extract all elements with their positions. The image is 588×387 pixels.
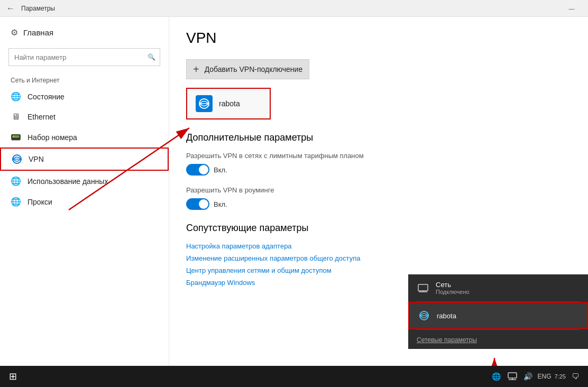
start-button[interactable]: ⊞ [2,366,23,387]
taskbar-clock[interactable]: 7:25 [555,373,566,380]
sidebar-item-proxy[interactable]: 🌐 Прокси [0,191,169,212]
sidebar: ⚙ Главная 🔍 Сеть и Интернет 🌐 Состояние … [0,17,169,366]
search-button[interactable]: 🔍 [143,49,160,66]
popup-vpn-name: rabota [437,312,456,320]
popup-network-title: Сеть [436,281,470,289]
toggle-block-1: Разрешить VPN в сетях с лимитным тарифны… [186,152,571,176]
toggle2-switch[interactable] [186,198,209,210]
sidebar-item-ethernet[interactable]: 🖥 Ethernet [0,107,169,127]
sidebar-item-data-usage[interactable]: 🌐 Использование данных [0,171,169,191]
home-icon: ⚙ [11,27,18,38]
taskbar-left: ⊞ [2,366,23,387]
additional-params-section: Дополнительные параметры Разрешить VPN в… [186,132,571,210]
sidebar-home[interactable]: ⚙ Главная [0,21,169,44]
back-button[interactable]: ← [4,2,17,15]
svg-rect-12 [508,373,517,378]
status-icon: 🌐 [11,91,21,102]
popup-vpn-icon [418,309,430,322]
window-controls: — [559,0,584,17]
network-settings-link[interactable]: Сетевые параметры [417,336,477,344]
taskbar-notification-icon[interactable]: 🗨 [569,370,582,383]
popup-vpn-text: rabota [437,312,456,320]
proxy-label: Прокси [27,198,52,206]
sidebar-item-status[interactable]: 🌐 Состояние [0,86,169,107]
titlebar: ← Параметры — [0,0,588,17]
taskbar-globe-icon[interactable]: 🌐 [490,370,503,383]
toggle1-label: Вкл. [214,166,227,174]
status-label: Состояние [27,93,65,101]
dialup-label: Набор номера [27,133,77,142]
proxy-icon: 🌐 [11,197,21,207]
popup-vpn-item[interactable]: rabota [408,302,588,329]
data-usage-icon: 🌐 [11,176,21,186]
related-settings-title: Сопутствующие параметры [186,223,571,234]
popup-network-status: Подключено [436,289,470,295]
vpn-connection-icon [196,95,213,112]
taskbar: ⊞ 🌐 🔊 ENG 7:25 🗨 [0,366,588,387]
toggle1-container: Вкл. [186,164,571,176]
vpn-sidebar-icon [12,154,22,164]
popup-footer: Сетевые параметры [408,330,588,349]
add-vpn-label: Добавить VPN-подключение [205,65,303,73]
add-vpn-plus-icon: + [193,64,199,75]
svg-rect-4 [418,284,428,291]
settings-link-adapter[interactable]: Настройка параметров адаптера [186,240,571,252]
taskbar-network-icon[interactable] [506,370,519,383]
toggle2-desc: Разрешить VPN в роуминге [186,186,571,194]
dialup-icon: 📟 [11,132,21,142]
network-popup: Сеть Подключено rabota [408,274,588,349]
main-window: ← Параметры — ⚙ Главная 🔍 Сеть и Интерне… [0,0,588,387]
toggle-block-2: Разрешить VPN в роуминге Вкл. [186,186,571,210]
ethernet-label: Ethernet [27,113,56,121]
search-input[interactable] [9,50,143,64]
sidebar-section-label: Сеть и Интернет [0,70,169,86]
vpn-connection-name: rabota [219,99,240,108]
taskbar-right: 🌐 🔊 ENG 7:25 🗨 [490,370,586,383]
taskbar-volume-icon[interactable]: 🔊 [522,370,535,383]
add-vpn-button[interactable]: + Добавить VPN-подключение [186,59,309,79]
window-title: Параметры [21,5,55,12]
additional-params-title: Дополнительные параметры [186,132,571,143]
toggle2-label: Вкл. [214,200,227,208]
sidebar-item-vpn[interactable]: VPN [0,148,169,171]
home-label: Главная [23,28,53,37]
minimize-button[interactable]: — [559,0,584,17]
toggle1-switch[interactable] [186,164,209,176]
taskbar-lang: ENG [538,373,552,380]
sidebar-item-dialup[interactable]: 📟 Набор номера [0,127,169,148]
search-box: 🔍 [8,48,160,66]
vpn-sidebar-label: VPN [29,155,44,163]
vpn-connection-item[interactable]: rabota [186,88,271,119]
popup-network-text: Сеть Подключено [436,281,470,295]
toggle2-container: Вкл. [186,198,571,210]
popup-network-item[interactable]: Сеть Подключено [408,274,588,301]
page-title: VPN [186,30,571,47]
toggle1-desc: Разрешить VPN в сетях с лимитным тарифны… [186,152,571,160]
settings-link-sharing[interactable]: Изменение расширенных параметров общего … [186,252,571,264]
ethernet-icon: 🖥 [11,112,21,122]
popup-network-icon [417,282,429,294]
data-usage-label: Использование данных [27,177,108,186]
